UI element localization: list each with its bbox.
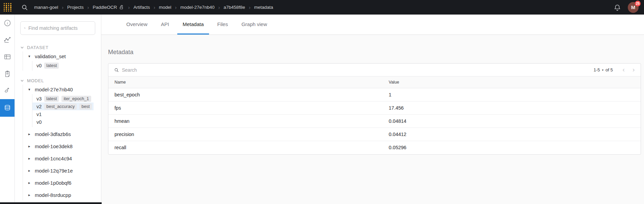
page-title: Metadata xyxy=(108,49,644,56)
artifact-label: model-12q79e1e xyxy=(35,168,73,174)
notifications-bell-icon[interactable] xyxy=(614,4,621,11)
version-label: v3 xyxy=(36,96,42,101)
breadcrumb-item[interactable]: PaddleOCR xyxy=(93,5,117,10)
notification-count-badge: 25 xyxy=(635,1,641,6)
breadcrumb-item[interactable]: Artifacts xyxy=(133,5,150,10)
section-label: DATASET xyxy=(27,45,49,50)
artifact-model-12q79e1e[interactable]: ▸ model-12q79e1e xyxy=(23,165,101,176)
section-label: MODEL xyxy=(27,78,44,83)
top-navbar: manan-goel › Projects › PaddleOCR › Arti… xyxy=(0,0,644,15)
sidebar-item-charts[interactable] xyxy=(0,31,15,48)
metadata-table: Name Value best_epoch 1 fps 17.456 hmean… xyxy=(108,76,641,154)
breadcrumb-item[interactable]: manan-goel xyxy=(34,5,58,10)
artifact-model-3dfazb6s[interactable]: ▸ model-3dfazb6s xyxy=(23,129,101,139)
search-icon[interactable] xyxy=(21,4,28,11)
version-row-v0[interactable]: v0 latest xyxy=(32,62,94,69)
breadcrumb-separator: › xyxy=(249,5,251,10)
table-icon xyxy=(4,53,11,61)
tab-overview[interactable]: Overview xyxy=(121,15,153,35)
sidebar-item-reports[interactable] xyxy=(0,65,15,82)
dataset-section-body: ▾ validation_set v0 latest xyxy=(23,51,101,71)
caret-right-icon: ▸ xyxy=(28,181,32,185)
pagination: 1-5 ▾ of 5 ‹ › xyxy=(594,67,635,73)
table-row[interactable]: hmean 0.04814 xyxy=(108,115,641,128)
artifact-label: validation_set xyxy=(35,53,66,59)
sidebar-item-tables[interactable] xyxy=(0,48,15,65)
caret-down-icon[interactable]: ▾ xyxy=(602,68,604,72)
sidebar-item-overview[interactable]: i xyxy=(0,15,15,31)
caret-right-icon: ▸ xyxy=(28,144,32,149)
version-row-v3[interactable]: v3 latest iter_epoch_1 xyxy=(32,95,94,103)
alias-badge: iter_epoch_1 xyxy=(61,96,91,102)
version-row-v2-selected[interactable]: v2 best_accuracy best xyxy=(32,103,94,110)
metadata-card: 1-5 ▾ of 5 ‹ › Name Value best_epoch xyxy=(108,63,641,155)
wandb-logo-icon[interactable] xyxy=(3,3,12,12)
table-row[interactable]: recall 0.05296 xyxy=(108,141,641,154)
clipboard-icon xyxy=(4,70,11,77)
table-row[interactable]: best_epoch 1 xyxy=(108,88,641,101)
chevron-down-icon xyxy=(20,46,24,49)
caret-down-icon: ▾ xyxy=(28,54,32,59)
breadcrumb: manan-goel › Projects › PaddleOCR › Arti… xyxy=(34,5,273,10)
meta-key: recall xyxy=(108,141,383,154)
version-label: v1 xyxy=(36,112,42,117)
sidebar-item-artifacts[interactable] xyxy=(0,99,15,117)
caret-right-icon: ▸ xyxy=(28,132,32,136)
artifact-model-1p0obqf6[interactable]: ▸ model-1p0obqf6 xyxy=(23,177,101,188)
breadcrumb-item[interactable]: metadata xyxy=(254,5,273,10)
version-row-v1[interactable]: v1 xyxy=(32,110,94,118)
search-icon xyxy=(24,25,26,31)
table-row[interactable]: fps 17.456 xyxy=(108,101,641,115)
table-row[interactable]: precision 0.04412 xyxy=(108,128,641,141)
sidebar-bottom-bar xyxy=(0,202,102,204)
artifact-search-input[interactable] xyxy=(28,25,92,31)
artifact-model-1cnc4c94[interactable]: ▸ model-1cnc4c94 xyxy=(23,153,101,164)
section-header-dataset[interactable]: DATASET xyxy=(20,45,101,50)
artifact-model-8srducpp[interactable]: ▸ model-8srducpp xyxy=(23,189,101,200)
unlock-icon xyxy=(119,5,124,10)
breadcrumb-separator: › xyxy=(87,5,89,10)
version-label: v0 xyxy=(36,63,42,68)
meta-key: precision xyxy=(108,128,383,141)
meta-key: fps xyxy=(108,101,383,115)
artifact-tabs: Overview API Metadata Files Graph view xyxy=(101,15,644,35)
artifact-label: model-8srducpp xyxy=(35,192,71,198)
breadcrumb-item[interactable]: model-27e7nb40 xyxy=(180,5,214,10)
sidebar-item-sweeps[interactable] xyxy=(0,82,15,99)
meta-value: 17.456 xyxy=(383,101,641,115)
next-page-button[interactable]: › xyxy=(632,67,635,73)
artifact-label: model-1p0obqf6 xyxy=(35,180,71,186)
artifact-model-27e7nb40[interactable]: ▾ model-27e7nb40 xyxy=(23,85,101,94)
artifact-model-1oe3dek8[interactable]: ▸ model-1oe3dek8 xyxy=(23,141,101,152)
tab-files[interactable]: Files xyxy=(212,15,233,35)
tab-api[interactable]: API xyxy=(156,15,175,35)
database-icon xyxy=(4,104,11,112)
breadcrumb-item[interactable]: model xyxy=(159,5,172,10)
breadcrumb-item[interactable]: Projects xyxy=(67,5,84,10)
table-header-row: Name Value xyxy=(108,76,641,88)
alias-badge: best_accuracy xyxy=(44,104,77,110)
artifact-label: model-1oe3dek8 xyxy=(35,143,73,149)
section-header-model[interactable]: MODEL xyxy=(20,78,101,83)
artifact-search-box[interactable] xyxy=(20,21,95,35)
version-label: v0 xyxy=(36,119,42,125)
breadcrumb-item[interactable]: a7b458f8e xyxy=(224,5,245,10)
column-header-value[interactable]: Value xyxy=(383,76,641,88)
metadata-search-input[interactable] xyxy=(122,67,591,73)
version-row-v0[interactable]: v0 xyxy=(32,118,94,126)
meta-value: 0.04814 xyxy=(383,115,641,128)
tab-metadata[interactable]: Metadata xyxy=(177,15,209,35)
alias-badge: latest xyxy=(44,96,59,102)
artifact-validation-set[interactable]: ▾ validation_set xyxy=(23,51,101,61)
meta-value: 0.05296 xyxy=(383,141,641,154)
tab-graph-view[interactable]: Graph view xyxy=(236,15,273,35)
breadcrumb-separator: › xyxy=(128,5,130,10)
caret-right-icon: ▸ xyxy=(28,193,32,197)
artifact-label: model-3dfazb6s xyxy=(35,131,71,137)
info-icon: i xyxy=(4,19,11,27)
column-header-name[interactable]: Name xyxy=(108,76,383,88)
main-content: Overview API Metadata Files Graph view M… xyxy=(101,15,644,204)
prev-page-button[interactable]: ‹ xyxy=(622,67,625,73)
meta-value: 1 xyxy=(383,88,641,101)
artifacts-sidebar: DATASET ▾ validation_set v0 latest MODEL… xyxy=(15,15,101,204)
